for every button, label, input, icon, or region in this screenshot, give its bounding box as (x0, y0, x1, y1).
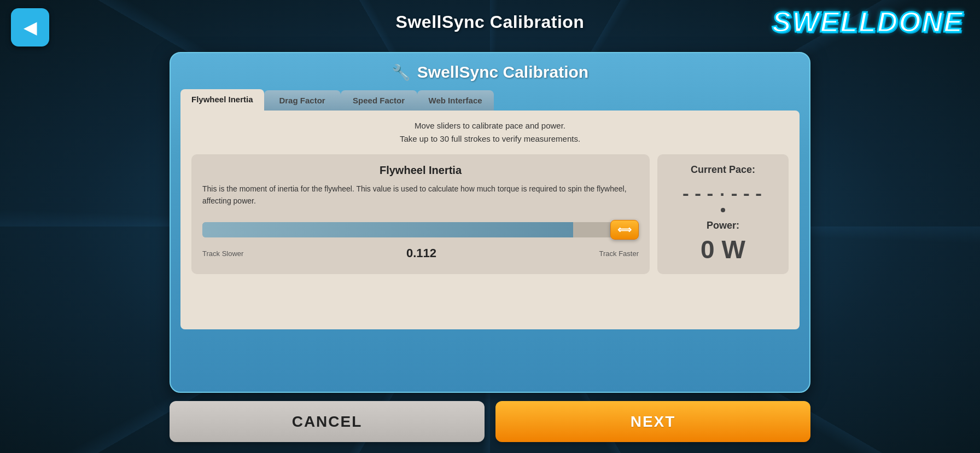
slider-track: ⟺ (202, 222, 639, 237)
pace-label: Current Pace: (691, 164, 755, 176)
tab-flywheel-inertia[interactable]: Flywheel Inertia (180, 89, 264, 111)
instruction-line1: Move sliders to calibrate pace and power… (415, 121, 565, 130)
next-button[interactable]: NEXT (495, 401, 810, 442)
modal-container: 🔧 SwellSync Calibration Flywheel Inertia… (170, 52, 810, 393)
bottom-buttons: CANCEL NEXT (170, 401, 810, 442)
slider-thumb[interactable]: ⟺ (610, 220, 639, 240)
tab-speed-factor[interactable]: Speed Factor (341, 90, 417, 111)
slider-labels: Track Slower 0.112 Track Faster (202, 246, 639, 260)
modal-title: SwellSync Calibration (417, 63, 588, 82)
power-display: 0 W (701, 235, 745, 264)
slider-container: ⟺ Track Slower 0.112 Track Faster (202, 218, 639, 260)
panels: Flywheel Inertia This is the moment of i… (191, 154, 789, 274)
pace-dot (721, 208, 725, 212)
tab-drag-factor[interactable]: Drag Factor (264, 90, 341, 111)
top-header: ◀ SwellSync Calibration SWELLDONE (0, 0, 980, 44)
back-button[interactable]: ◀ (11, 8, 49, 47)
brand-logo: SWELLDONE (772, 5, 964, 38)
left-panel: Flywheel Inertia This is the moment of i… (191, 154, 650, 274)
left-panel-description: This is the moment of inertia for the fl… (202, 183, 639, 207)
modal-content: Move sliders to calibrate pace and power… (180, 111, 800, 329)
pace-display: ---·--- (680, 184, 765, 205)
slider-fill (202, 222, 573, 237)
slider-thumb-arrows-icon: ⟺ (617, 224, 632, 236)
wrench-icon: 🔧 (392, 63, 411, 82)
tabs-container: Flywheel Inertia Drag Factor Speed Facto… (180, 89, 800, 111)
slider-label-faster: Track Faster (599, 249, 639, 258)
slider-value: 0.112 (406, 246, 436, 260)
right-panel: Current Pace: ---·--- Power: 0 W (657, 154, 789, 274)
header-title: SwellSync Calibration (396, 12, 585, 32)
back-arrow-icon: ◀ (24, 19, 37, 36)
tab-web-interface[interactable]: Web Interface (417, 90, 494, 111)
slider-track-wrapper[interactable]: ⟺ (202, 218, 639, 242)
left-panel-heading: Flywheel Inertia (202, 164, 639, 177)
slider-label-slower: Track Slower (202, 249, 243, 258)
cancel-button[interactable]: CANCEL (170, 401, 485, 442)
instructions: Move sliders to calibrate pace and power… (191, 119, 789, 146)
modal-header: 🔧 SwellSync Calibration (180, 63, 800, 82)
power-label: Power: (707, 220, 739, 231)
instruction-line2: Take up to 30 full strokes to verify mea… (400, 134, 580, 143)
